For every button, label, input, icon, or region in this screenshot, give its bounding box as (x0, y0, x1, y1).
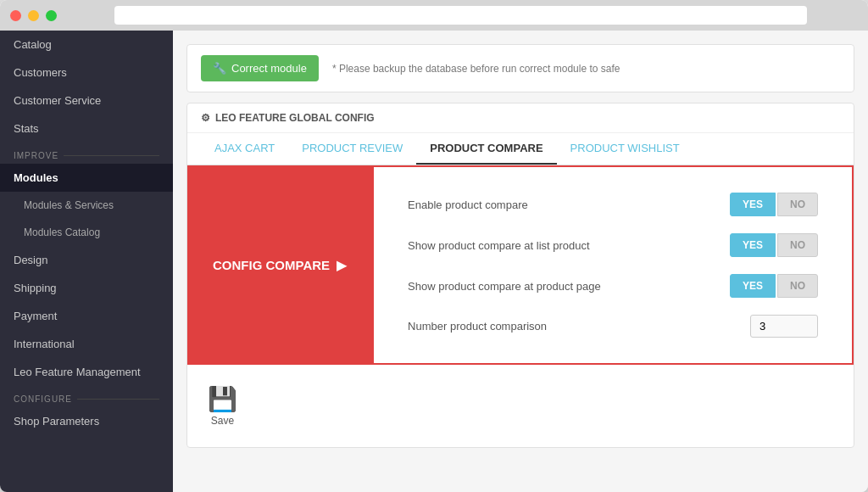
tab-ajax-cart[interactable]: AJAX CART (201, 133, 288, 165)
number-comparison-label: Number product comparison (408, 320, 547, 333)
correct-module-button[interactable]: 🔧 Correct module (201, 55, 319, 81)
backup-note: * Please backup the database before run … (332, 63, 620, 75)
sidebar-item-payment[interactable]: Payment (0, 302, 173, 330)
tab-product-review[interactable]: PRODUCT REVIEW (288, 133, 416, 165)
sidebar-item-customers[interactable]: Customers (0, 59, 173, 87)
sidebar-section-improve: IMPROVE (0, 143, 173, 164)
config-form: Enable product compare YES NO Show produ… (372, 165, 854, 365)
bottom-section: 💾 Save (187, 365, 854, 447)
maximize-button[interactable] (46, 10, 57, 21)
show-list-toggle: YES NO (730, 233, 818, 257)
save-container[interactable]: 💾 Save (201, 378, 244, 433)
form-row-show-page: Show product compare at product page YES… (391, 266, 835, 306)
form-row-number-comparison: Number product comparison (391, 306, 835, 346)
number-comparison-input[interactable] (750, 315, 818, 338)
config-section: ⚙ LEO FEATURE GLOBAL CONFIG AJAX CART PR… (186, 103, 854, 448)
close-button[interactable] (10, 10, 21, 21)
config-section-header: ⚙ LEO FEATURE GLOBAL CONFIG (187, 103, 854, 133)
config-compare-button[interactable]: CONFIG COMPARE ▶ (187, 165, 372, 365)
address-bar[interactable] (114, 6, 807, 25)
enable-compare-no[interactable]: NO (777, 193, 818, 216)
sidebar: Catalog Customers Customer Service Stats… (0, 31, 173, 492)
sidebar-item-shop-parameters[interactable]: Shop Parameters (0, 407, 173, 435)
tabs-row: AJAX CART PRODUCT REVIEW PRODUCT COMPARE… (187, 133, 854, 165)
wrench-icon: 🔧 (213, 62, 226, 75)
show-list-yes[interactable]: YES (730, 233, 776, 257)
minimize-button[interactable] (28, 10, 39, 21)
config-compare-label: CONFIG COMPARE (213, 258, 330, 272)
gear-icon: ⚙ (201, 112, 210, 124)
sidebar-item-modules-catalog[interactable]: Modules Catalog (0, 219, 173, 246)
sidebar-item-leo-feature[interactable]: Leo Feature Management (0, 358, 173, 386)
save-label: Save (211, 415, 234, 427)
show-list-no[interactable]: NO (777, 233, 818, 257)
sidebar-item-catalog[interactable]: Catalog (0, 31, 173, 59)
titlebar (0, 0, 868, 31)
config-section-title: LEO FEATURE GLOBAL CONFIG (215, 112, 375, 124)
sidebar-item-modules[interactable]: Modules (0, 164, 173, 192)
show-page-yes[interactable]: YES (730, 274, 776, 298)
sidebar-item-design[interactable]: Design (0, 246, 173, 274)
form-row-enable-compare: Enable product compare YES NO (391, 184, 835, 225)
show-page-label: Show product compare at product page (408, 280, 601, 293)
enable-compare-toggle: YES NO (730, 193, 818, 216)
show-page-toggle: YES NO (730, 274, 818, 298)
content-area: 🔧 Correct module * Please backup the dat… (173, 31, 868, 492)
app-window: Catalog Customers Customer Service Stats… (0, 0, 868, 492)
form-row-show-list: Show product compare at list product YES… (391, 225, 835, 266)
correct-btn-label: Correct module (231, 62, 307, 75)
config-body: CONFIG COMPARE ▶ Enable product compare … (187, 165, 854, 365)
config-compare-arrow: ▶ (337, 258, 347, 273)
sidebar-section-configure: CONFIGURE (0, 386, 173, 407)
sidebar-item-stats[interactable]: Stats (0, 115, 173, 143)
enable-compare-label: Enable product compare (408, 198, 528, 211)
save-icon: 💾 (208, 385, 237, 413)
sidebar-item-modules-services[interactable]: Modules & Services (0, 192, 173, 219)
show-list-label: Show product compare at list product (408, 239, 590, 252)
main-layout: Catalog Customers Customer Service Stats… (0, 31, 868, 492)
enable-compare-yes[interactable]: YES (730, 193, 776, 216)
tab-product-wishlist[interactable]: PRODUCT WISHLIST (557, 133, 693, 165)
tab-product-compare[interactable]: PRODUCT COMPARE (416, 133, 556, 165)
sidebar-item-customer-service[interactable]: Customer Service (0, 87, 173, 115)
sidebar-item-shipping[interactable]: Shipping (0, 274, 173, 302)
show-page-no[interactable]: NO (777, 274, 818, 298)
sidebar-item-international[interactable]: International (0, 330, 173, 358)
top-bar: 🔧 Correct module * Please backup the dat… (186, 44, 854, 92)
